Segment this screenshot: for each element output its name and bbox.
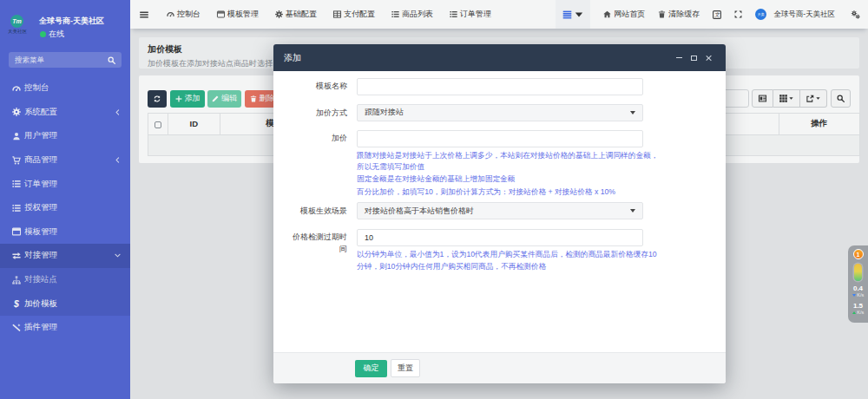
up-arrow-icon <box>852 311 856 314</box>
form-row-template-name: 模板名称 <box>287 77 712 95</box>
template-name-label: 模板名称 <box>287 77 347 95</box>
upload-speed-unit: K/s <box>852 310 864 316</box>
reset-button[interactable]: 重置 <box>391 359 420 377</box>
dialog-title: 添加 <box>284 52 301 64</box>
dialog-window-controls <box>676 55 713 62</box>
close-icon[interactable] <box>706 55 713 62</box>
form-row-markup: 加价 跟随对接站是对接站于上次价格上调多少，本站则在对接站价格的基础上上调同样的… <box>287 129 712 198</box>
speed-widget-icon <box>854 264 862 281</box>
screen: Tm 天美社区 全球号商-天美社区 在线 控制台系统配置用户管理商品管理订单管理… <box>0 0 868 399</box>
dialog-footer: 确定 重置 <box>273 352 726 383</box>
markup-help-3: 百分比加价，如填写10，则加价计算方式为：对接站价格 + 对接站价格 x 10% <box>357 186 661 198</box>
markup-help: 跟随对接站是对接站于上次价格上调多少，本站则在对接站价格的基础上上调同样的金额，… <box>357 150 661 199</box>
expire-input[interactable] <box>357 229 643 246</box>
scene-label: 模板生效场景 <box>287 202 347 219</box>
markup-mode-value: 跟随对接站 <box>365 107 404 118</box>
form-row-scene: 模板生效场景 对接站价格高于本站销售价格时 <box>287 202 712 219</box>
scene-value: 对接站价格高于本站销售价格时 <box>365 206 474 217</box>
speed-monitor-widget[interactable]: 1 0.4 K/s 1.5 K/s <box>848 245 868 323</box>
minimize-icon[interactable] <box>676 57 682 59</box>
down-arrow-icon <box>852 294 856 297</box>
markup-help-1: 跟随对接站是对接站于上次价格上调多少，本站则在对接站价格的基础上上调同样的金额，… <box>357 150 661 173</box>
confirm-button[interactable]: 确定 <box>355 360 387 377</box>
upload-speed-value: 1.5 <box>853 302 863 310</box>
dialog-body: 模板名称 加价方式 跟随对接站 加价 跟随对接站是对接站于上次价格上调多少，本 <box>273 71 726 272</box>
markup-label: 加价 <box>287 129 347 198</box>
up-unit-label: K/s <box>857 310 864 316</box>
notification-badge: 1 <box>853 249 864 259</box>
down-unit-label: K/s <box>857 292 864 298</box>
scene-select[interactable]: 对接站价格高于本站销售价格时 <box>357 202 643 219</box>
caret-down-icon <box>630 111 635 114</box>
add-dialog: 添加 模板名称 加价方式 跟随对接站 <box>273 44 726 383</box>
expire-help: 以分钟为单位，最小值为1，设为10代表用户购买某件商品后，检测的商品最新价格缓存… <box>357 248 661 272</box>
expire-help-1: 以分钟为单位，最小值为1，设为10代表用户购买某件商品后，检测的商品最新价格缓存… <box>357 248 661 272</box>
maximize-icon[interactable] <box>691 56 697 61</box>
dialog-titlebar[interactable]: 添加 <box>273 44 726 71</box>
expire-label: 价格检测过期时间 <box>287 228 347 273</box>
caret-down-icon <box>630 209 635 213</box>
form-row-markup-mode: 加价方式 跟随对接站 <box>287 104 712 121</box>
download-speed-unit: K/s <box>852 292 864 298</box>
form-row-expire: 价格检测过期时间 以分钟为单位，最小值为1，设为10代表用户购买某件商品后，检测… <box>287 228 712 273</box>
markup-help-2: 固定金额是在对接站金额的基础上增加固定金额 <box>357 173 661 185</box>
template-name-input[interactable] <box>357 78 643 95</box>
download-speed-value: 0.4 <box>853 285 863 292</box>
markup-input[interactable] <box>357 130 643 147</box>
markup-mode-select[interactable]: 跟随对接站 <box>357 104 643 121</box>
markup-mode-label: 加价方式 <box>287 104 347 121</box>
